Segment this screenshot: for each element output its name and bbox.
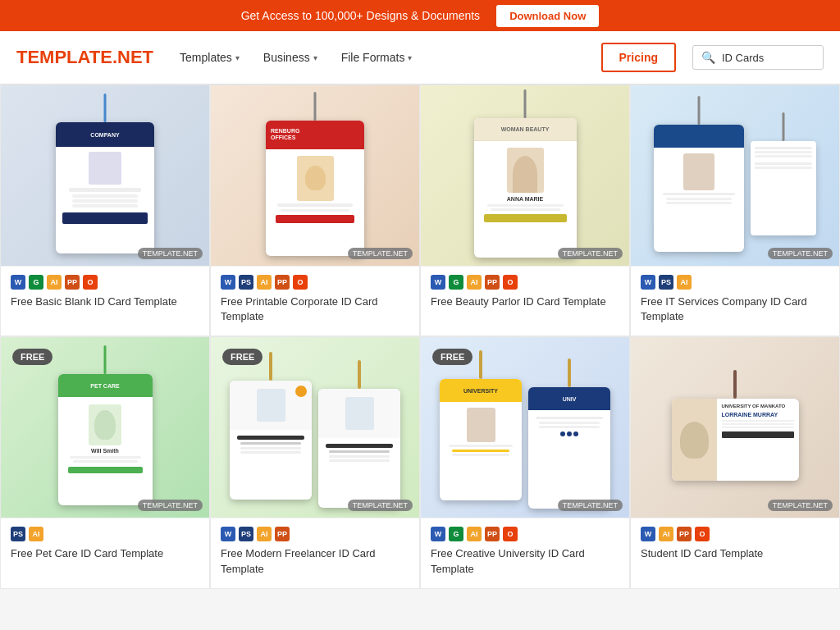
card-icons-4: W PS AI [641,275,829,290]
card-icons-2: W PS AI PP O [221,275,409,290]
card-image-4: TEMPLATE.NET [631,85,839,266]
card-image-3: WOMAN BEAUTY ANNA MARIE [421,85,629,266]
card-grid: COMPANY TEMPLATE.NET [0,84,840,589]
icon-pp-8: PP [677,527,692,541]
card-student[interactable]: UNIVERSITY OF MANKATO LORRAINE MURRAY TE… [630,336,840,588]
nav-business-label: Business [263,51,310,64]
card-printable-corporate[interactable]: RENBURGOFFICES [210,84,420,336]
card-title-4: Free IT Services Company ID Card Templat… [641,294,829,324]
card-footer-5: PS AI Free Pet Care ID Card Template [1,518,209,573]
card-pet-care[interactable]: FREE PET CARE Will Smith [0,336,210,588]
card-title-3: Free Beauty Parlor ID Card Template [431,294,619,309]
card-image-6: FREE [211,337,419,518]
nav-business[interactable]: Business ▾ [253,44,327,71]
icon-w-2: W [221,275,235,290]
card-modern-freelancer[interactable]: FREE [210,336,420,588]
icon-w-1: W [11,275,25,290]
icon-ps-4: PS [659,275,673,290]
icon-ai-4: AI [677,275,692,290]
icon-ai-7: AI [467,527,482,541]
icon-pp-7: PP [485,527,500,541]
card-title-1: Free Basic Blank ID Card Template [11,294,199,309]
card-title-6: Free Modern Freelancer ID Card Template [221,546,409,576]
icon-ai-8: AI [659,527,673,541]
card-beauty-parlor[interactable]: WOMAN BEAUTY ANNA MARIE [420,84,630,336]
card-title-8: Student ID Card Template [641,546,829,561]
nav-file-formats[interactable]: File Formats ▾ [331,44,422,71]
nav-file-formats-chevron: ▾ [408,53,412,62]
icon-w-6: W [221,527,235,541]
card-footer-6: W PS AI PP Free Modern Freelancer ID Car… [211,518,419,587]
watermark-1: TEMPLATE.NET [138,248,203,259]
banner-text: Get Access to 100,000+ Designs & Documen… [241,9,480,22]
icon-w-4: W [641,275,655,290]
card-basic-blank[interactable]: COMPANY TEMPLATE.NET [0,84,210,336]
watermark-8: TEMPLATE.NET [768,500,833,511]
icon-pp-6: PP [275,527,290,541]
free-badge-6: FREE [222,349,262,365]
watermark-2: TEMPLATE.NET [348,248,413,259]
card-icons-7: W G AI PP O [431,527,619,541]
card-image-basic-blank: COMPANY TEMPLATE.NET [1,85,209,266]
search-bar[interactable]: 🔍 ID Cards [692,45,824,70]
watermark-4: TEMPLATE.NET [768,248,833,259]
card-image-7: FREE UNIVERSITY [421,337,629,518]
card-creative-university[interactable]: FREE UNIVERSITY [420,336,630,588]
nav: Templates ▾ Business ▾ File Formats ▾ [170,44,584,71]
icon-o-7: O [503,527,518,541]
icon-ai-2: AI [257,275,272,290]
icon-w-3: W [431,275,445,290]
card-icons-1: W G AI PP O [11,275,199,290]
card-title-5: Free Pet Care ID Card Template [11,546,199,561]
icon-w-7: W [431,527,445,541]
card-title-2: Free Printable Corporate ID Card Templat… [221,294,409,324]
card-image-8: UNIVERSITY OF MANKATO LORRAINE MURRAY TE… [631,337,839,518]
nav-templates[interactable]: Templates ▾ [170,44,249,71]
icon-g-1: G [29,275,43,290]
icon-o-8: O [695,527,710,541]
card-footer-8: W AI PP O Student ID Card Template [631,518,839,573]
icon-ps-5: PS [11,527,25,541]
search-icon: 🔍 [701,51,715,64]
icon-ai-6: AI [257,527,272,541]
card-icons-3: W G AI PP O [431,275,619,290]
top-banner: Get Access to 100,000+ Designs & Documen… [0,0,840,31]
watermark-6: TEMPLATE.NET [348,500,413,511]
pricing-button[interactable]: Pricing [601,43,676,72]
search-input-text: ID Cards [722,52,764,64]
logo-net: .NET [112,47,153,67]
icon-w-8: W [641,527,655,541]
header: TEMPLATE.NET Templates ▾ Business ▾ File… [0,31,840,84]
nav-business-chevron: ▾ [313,53,317,62]
card-image-2: RENBURGOFFICES [211,85,419,266]
icon-g-3: G [449,275,463,290]
icon-pp-2: PP [275,275,290,290]
icon-ps-6: PS [239,527,253,541]
card-it-services[interactable]: TEMPLATE.NET W PS AI Free IT Services Co… [630,84,840,336]
card-title-7: Free Creative University ID Card Templat… [431,546,619,576]
icon-ps-2: PS [239,275,253,290]
icon-pp-3: PP [485,275,500,290]
card-icons-5: PS AI [11,527,199,541]
logo-template: TEMPLATE [16,47,112,67]
card-icons-8: W AI PP O [641,527,829,541]
icon-o-2: O [293,275,308,290]
card-footer-1: W G AI PP O Free Basic Blank ID Card Tem… [1,266,209,321]
icon-ai-1: AI [47,275,62,290]
watermark-7: TEMPLATE.NET [558,500,623,511]
card-footer-3: W G AI PP O Free Beauty Parlor ID Card T… [421,266,629,321]
free-badge-7: FREE [432,349,472,365]
icon-ai-3: AI [467,275,482,290]
card-footer-4: W PS AI Free IT Services Company ID Card… [631,266,839,336]
free-badge-5: FREE [12,349,52,365]
download-now-button[interactable]: Download Now [496,5,599,27]
card-icons-6: W PS AI PP [221,527,409,541]
icon-ai-5: AI [29,527,43,541]
main-content: COMPANY TEMPLATE.NET [0,84,840,589]
logo[interactable]: TEMPLATE.NET [16,47,153,68]
icon-pp-1: PP [65,275,80,290]
nav-file-formats-label: File Formats [341,51,405,64]
icon-o-3: O [503,275,518,290]
card-footer-2: W PS AI PP O Free Printable Corporate ID… [211,266,419,336]
watermark-3: TEMPLATE.NET [558,248,623,259]
